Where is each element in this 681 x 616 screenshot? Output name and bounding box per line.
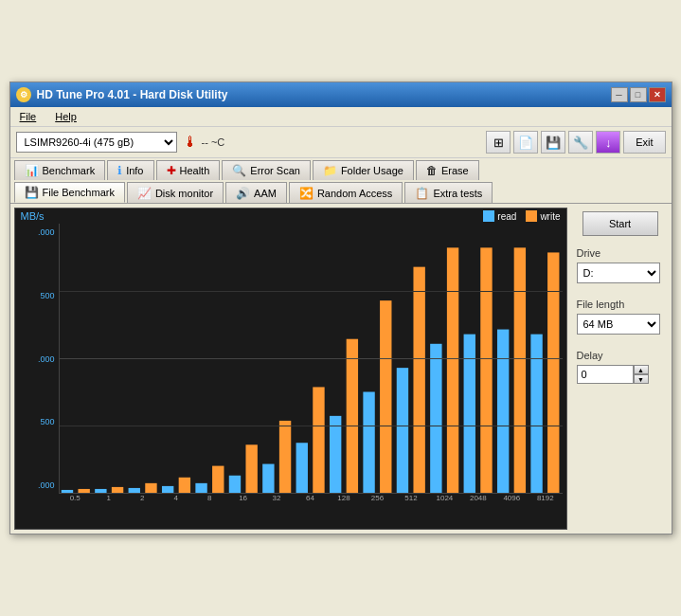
tab-disk-monitor[interactable]: 📈 Disk monitor	[127, 182, 224, 203]
title-bar: ⚙ HD Tune Pro 4.01 - Hard Disk Utility ─…	[10, 82, 672, 107]
tab-info[interactable]: ℹ Info	[107, 160, 153, 180]
disk-monitor-icon: 📈	[137, 187, 152, 200]
x-label-9: 256	[361, 494, 394, 502]
file-length-group: File length 64 MB	[573, 295, 668, 338]
file-length-label: File length	[577, 299, 664, 310]
tab-benchmark[interactable]: 📊 Benchmark	[14, 160, 106, 180]
x-label-5: 16	[226, 494, 260, 502]
tab-health[interactable]: ✚ Health	[156, 160, 221, 180]
start-button[interactable]: Start	[582, 211, 658, 236]
svg-rect-7	[178, 478, 189, 493]
svg-rect-10	[228, 476, 240, 493]
svg-rect-26	[496, 330, 508, 493]
minimize-button[interactable]: ─	[611, 87, 628, 102]
svg-rect-14	[296, 443, 307, 493]
svg-rect-3	[111, 487, 122, 493]
tab-benchmark-label: Benchmark	[43, 165, 96, 176]
y-axis-label: MB/s	[21, 210, 45, 222]
tab-aam[interactable]: 🔊 AAM	[225, 182, 287, 203]
icon-btn-3[interactable]: 💾	[541, 131, 565, 154]
x-label-11: 1024	[428, 494, 461, 502]
y-label-3: 500	[40, 417, 54, 426]
svg-rect-6	[161, 486, 172, 493]
tab-folder-label: Folder Usage	[341, 165, 403, 176]
tab-erase[interactable]: 🗑 Erase	[416, 160, 479, 180]
menu-help[interactable]: Help	[49, 109, 82, 124]
svg-rect-13	[278, 421, 290, 493]
tab-file-benchmark[interactable]: 💾 File Benchmark	[14, 182, 125, 203]
x-label-6: 32	[260, 494, 293, 502]
x-label-7: 64	[294, 494, 327, 502]
legend-read: read	[483, 210, 516, 222]
svg-rect-21	[413, 267, 424, 493]
drive-select-area: LSIMR9260-4i (475 gB)	[16, 132, 177, 153]
x-label-10: 512	[394, 494, 427, 502]
x-label-4: 8	[192, 494, 225, 502]
app-icon: ⚙	[16, 87, 31, 102]
tab-folder-usage[interactable]: 📁 Folder Usage	[313, 160, 414, 180]
y-axis: .000 500 .000 500 .000	[19, 224, 59, 494]
icon-btn-1[interactable]: ⊞	[486, 131, 511, 154]
tabs-row1: 📊 Benchmark ℹ Info ✚ Health 🔍 Error Scan…	[10, 158, 672, 180]
y-label-4: .000	[38, 480, 55, 490]
drive-dropdown[interactable]: LSIMR9260-4i (475 gB)	[16, 132, 177, 153]
x-label-12: 2048	[461, 494, 494, 502]
menu-file[interactable]: File	[14, 109, 43, 124]
icon-btn-5[interactable]: ↓	[596, 131, 620, 154]
maximize-button[interactable]: □	[630, 87, 647, 102]
svg-rect-18	[363, 392, 374, 494]
chart-header: MB/s read write	[15, 208, 566, 224]
svg-rect-4	[128, 488, 139, 493]
svg-rect-23	[446, 247, 457, 493]
window-title: HD Tune Pro 4.01 - Hard Disk Utility	[37, 88, 228, 101]
file-length-select[interactable]: 64 MB	[577, 314, 660, 335]
svg-rect-9	[212, 466, 224, 493]
x-label-8: 128	[327, 494, 360, 502]
bars-grid-area	[59, 224, 563, 494]
x-label-14: 8192	[529, 494, 562, 502]
icon-btn-2[interactable]: 📄	[513, 131, 538, 154]
svg-rect-16	[329, 416, 340, 493]
delay-spinner: 0 ▲ ▼	[577, 365, 664, 384]
tab-error-scan-label: Error Scan	[250, 165, 300, 176]
tab-extra-tests-label: Extra tests	[433, 188, 482, 199]
chart-area: MB/s read write .000 500	[14, 208, 567, 530]
error-scan-icon: 🔍	[232, 164, 246, 177]
spinner-down[interactable]: ▼	[634, 374, 649, 384]
spinner-up[interactable]: ▲	[634, 365, 649, 374]
main-content: MB/s read write .000 500	[10, 203, 672, 534]
svg-rect-5	[145, 483, 156, 493]
tab-aam-label: AAM	[254, 188, 277, 199]
temp-display: 🌡 -- ~C	[183, 134, 225, 151]
svg-rect-29	[547, 252, 559, 493]
drive-select[interactable]: D:	[577, 263, 660, 283]
exit-button[interactable]: Exit	[623, 131, 665, 154]
file-benchmark-icon: 💾	[25, 186, 39, 199]
svg-rect-20	[396, 368, 407, 493]
spinner-buttons: ▲ ▼	[634, 365, 649, 384]
info-icon: ℹ	[117, 164, 122, 177]
tab-info-label: Info	[126, 165, 143, 176]
chart-legend: read write	[483, 210, 560, 222]
svg-rect-22	[430, 344, 441, 493]
legend-write: write	[526, 210, 560, 222]
svg-rect-8	[195, 483, 206, 493]
tab-random-access[interactable]: 🔀 Random Access	[289, 182, 403, 203]
tab-extra-tests[interactable]: 📋 Extra tests	[404, 182, 493, 203]
x-label-0: 0.5	[59, 494, 92, 502]
title-bar-left: ⚙ HD Tune Pro 4.01 - Hard Disk Utility	[16, 87, 228, 102]
svg-rect-25	[480, 247, 492, 493]
svg-rect-0	[61, 490, 72, 493]
tab-error-scan[interactable]: 🔍 Error Scan	[222, 160, 311, 180]
close-button[interactable]: ✕	[649, 87, 666, 102]
legend-read-label: read	[497, 211, 516, 222]
x-label-13: 4096	[495, 494, 529, 502]
tab-disk-monitor-label: Disk monitor	[155, 188, 213, 199]
x-label-2: 2	[125, 494, 158, 502]
delay-input[interactable]: 0	[577, 365, 634, 384]
y-label-1: 500	[40, 291, 54, 300]
svg-rect-15	[313, 387, 324, 493]
write-color-swatch	[526, 210, 537, 222]
icon-btn-4[interactable]: 🔧	[568, 131, 593, 154]
svg-rect-17	[346, 339, 357, 493]
